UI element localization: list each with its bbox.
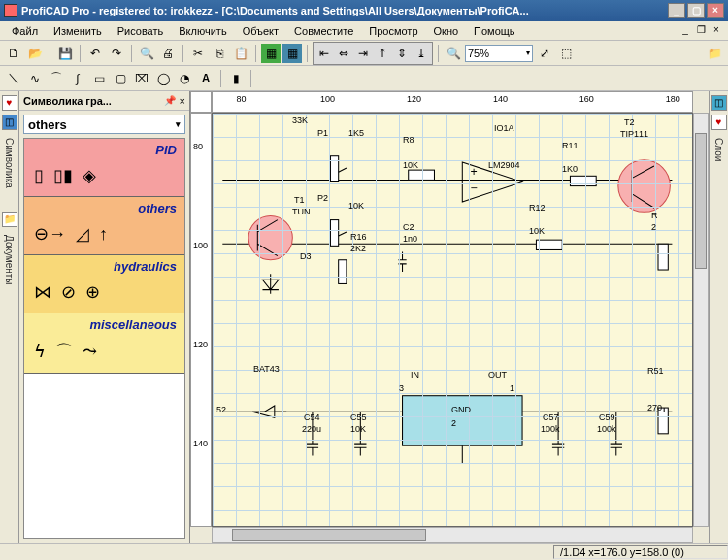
category-pid[interactable]: PID ▯▯▮◈ xyxy=(24,139,184,197)
pie-icon[interactable]: ◔ xyxy=(175,69,194,88)
palette-tab-icon[interactable]: ◫ xyxy=(2,115,17,130)
component-label: 1n0 xyxy=(403,234,417,244)
zoom-sel-icon[interactable]: ⬚ xyxy=(556,44,576,63)
zoom-combo[interactable]: 75% xyxy=(465,45,533,62)
component-label: IN xyxy=(411,370,419,379)
palette-body: PID ▯▯▮◈ others ⊖→◿↑ hydraulics ⋈⊘⊕ misc… xyxy=(23,138,185,539)
component-label: OUT xyxy=(488,370,507,379)
line-icon[interactable]: ＼ xyxy=(4,69,23,88)
component-label: C54 xyxy=(304,412,320,422)
main-toolbar: 🗋 📂 💾 ↶ ↷ 🔍 🖨 ✂ ⎘ 📋 ▦ ▦ ⇤ ⇔ ⇥ ⤒ ⇕ ⤓ 🔍 75… xyxy=(0,41,728,66)
menu-edit[interactable]: Изменить xyxy=(46,23,110,39)
docs-tab-icon[interactable]: 📁 xyxy=(2,212,17,227)
pin-icon[interactable]: 📌 xyxy=(164,95,176,106)
content-area: ♥ ◫ Символика 📁 Документы Символика гра.… xyxy=(0,91,728,543)
category-miscellaneous[interactable]: miscellaneous ϟ⌒⤳ xyxy=(24,313,184,374)
heart-icon[interactable]: ♥ xyxy=(2,95,17,111)
component-label: 1K0 xyxy=(562,164,578,174)
component-label: TIP111 xyxy=(620,129,648,139)
menu-draw[interactable]: Рисовать xyxy=(110,23,172,39)
component-label: D3 xyxy=(300,251,312,261)
minimize-button[interactable]: _ xyxy=(668,3,685,18)
window-controls: _ ▢ × xyxy=(668,3,724,18)
roundrect-icon[interactable]: ▢ xyxy=(111,69,130,88)
close-button[interactable]: × xyxy=(707,3,724,18)
component-label: 1 xyxy=(510,383,514,393)
spline-icon[interactable]: ∫ xyxy=(68,69,87,88)
app-icon xyxy=(4,4,17,17)
ruler-vertical: 80 100 120 140 xyxy=(190,113,212,527)
vertical-scrollbar[interactable] xyxy=(693,113,709,527)
image2-icon[interactable]: ▦ xyxy=(282,44,302,63)
paste-icon[interactable]: 📋 xyxy=(231,44,250,63)
align-top-icon[interactable]: ⤒ xyxy=(373,44,392,63)
zoom-icon[interactable]: 🔍 xyxy=(444,44,463,63)
ruler-horizontal: 80 100 120 140 160 180 xyxy=(212,91,693,113)
mdi-close[interactable]: × xyxy=(709,24,724,38)
align-left-icon[interactable]: ⇤ xyxy=(314,44,334,63)
mdi-restore[interactable]: ❐ xyxy=(693,24,709,38)
text-icon[interactable]: A xyxy=(196,69,215,88)
palette-close-icon[interactable]: × xyxy=(180,95,185,107)
status-bar: /1.D4 x=176.0 y=158.0 (0) xyxy=(0,543,728,560)
align-right-icon[interactable]: ⇥ xyxy=(353,44,373,63)
menu-help[interactable]: Помощь xyxy=(466,23,523,39)
palette-title: Символика гра... xyxy=(23,95,160,107)
folder-icon[interactable]: 📁 xyxy=(705,44,724,63)
align-mid-icon[interactable]: ⇕ xyxy=(392,44,412,63)
category-hydraulics[interactable]: hydraulics ⋈⊘⊕ xyxy=(24,255,184,313)
copy-icon[interactable]: ⎘ xyxy=(210,44,229,63)
component-label: 220u xyxy=(302,424,321,434)
mdi-minimize[interactable]: _ xyxy=(678,24,693,38)
rect-icon[interactable]: ▭ xyxy=(89,69,109,88)
align-group: ⇤ ⇔ ⇥ ⤒ ⇕ ⤓ xyxy=(313,42,433,65)
heart2-icon[interactable]: ♥ xyxy=(711,115,727,130)
component-label: IO1A xyxy=(494,123,514,133)
component-label: TUN xyxy=(292,207,311,216)
zoom-ext-icon[interactable]: ⤢ xyxy=(535,44,554,63)
align-bottom-icon[interactable]: ⤓ xyxy=(412,44,431,63)
sidetab-layers[interactable]: Слои xyxy=(713,138,724,161)
sidetab-symbols[interactable]: Символика xyxy=(4,138,15,188)
crossrect-icon[interactable]: ⌧ xyxy=(132,69,151,88)
drawing-canvas[interactable]: + − xyxy=(212,113,693,527)
component-label: 2 xyxy=(451,418,456,428)
component-label: R xyxy=(651,211,658,220)
menu-file[interactable]: Файл xyxy=(4,23,46,39)
polyline-icon[interactable]: ∿ xyxy=(25,69,45,88)
new-icon[interactable]: 🗋 xyxy=(4,44,23,63)
maximize-button[interactable]: ▢ xyxy=(687,3,705,18)
component-label: 10K xyxy=(403,160,418,170)
align-center-icon[interactable]: ⇔ xyxy=(334,44,353,63)
menu-enable[interactable]: Включить xyxy=(171,23,234,39)
menu-object[interactable]: Объект xyxy=(235,23,286,39)
ellipse-icon[interactable]: ◯ xyxy=(153,69,173,88)
undo-icon[interactable]: ↶ xyxy=(85,44,105,63)
menu-align[interactable]: Совместите xyxy=(286,23,361,39)
canvas-area: 80 100 120 140 160 180 80 100 120 140 xyxy=(190,91,709,543)
image1-icon[interactable]: ▦ xyxy=(261,44,281,63)
print-icon[interactable]: 🖨 xyxy=(158,44,178,63)
mdi-controls: _ ❐ × xyxy=(678,24,724,38)
fill-icon[interactable]: ▮ xyxy=(226,69,246,88)
redo-icon[interactable]: ↷ xyxy=(107,44,126,63)
cut-icon[interactable]: ✂ xyxy=(188,44,208,63)
save-icon[interactable]: 💾 xyxy=(55,44,75,63)
menu-window[interactable]: Окно xyxy=(426,23,467,39)
component-label: 2 xyxy=(651,222,656,232)
component-label: GND xyxy=(451,405,471,414)
horizontal-scrollbar[interactable] xyxy=(212,527,693,543)
component-label: R12 xyxy=(529,203,546,213)
menu-view[interactable]: Просмотр xyxy=(361,23,425,39)
sidetab-documents[interactable]: Документы xyxy=(4,235,15,285)
arc-icon[interactable]: ⌒ xyxy=(47,69,66,88)
category-others[interactable]: others ⊖→◿↑ xyxy=(24,197,184,255)
palette-category-combo[interactable]: others xyxy=(23,115,185,134)
print-preview-icon[interactable]: 🔍 xyxy=(137,44,156,63)
component-label: 10K xyxy=(350,424,366,434)
open-icon[interactable]: 📂 xyxy=(25,44,45,63)
component-label: C59 xyxy=(599,412,615,422)
layers-icon[interactable]: ◫ xyxy=(711,95,727,111)
component-label: 10K xyxy=(529,226,545,236)
component-label: P2 xyxy=(317,193,328,203)
